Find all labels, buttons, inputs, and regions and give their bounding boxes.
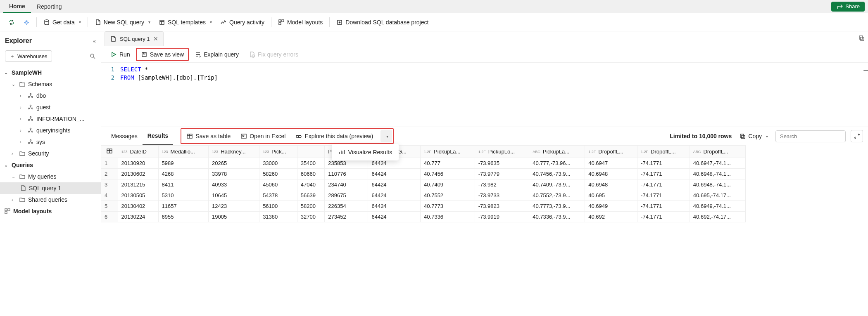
cell[interactable]: 45060	[259, 179, 297, 190]
cell[interactable]: 5	[101, 201, 118, 212]
column-header[interactable]	[101, 146, 118, 158]
cell[interactable]: 19005	[209, 212, 259, 222]
cell[interactable]: 60660	[297, 169, 324, 179]
cell[interactable]: 40.6949	[585, 201, 637, 212]
save-as-view-button[interactable]: Save as view	[136, 48, 189, 61]
table-row[interactable]: 2201306024268339785826060660110776644244…	[101, 169, 746, 179]
collapse-panel-icon[interactable]: «	[93, 38, 96, 44]
cell[interactable]: 289675	[325, 190, 368, 201]
model-layouts-button[interactable]: Model layouts	[275, 17, 326, 28]
warehouses-button[interactable]: ＋ Warehouses	[5, 50, 52, 62]
cell[interactable]: -74.1771	[637, 201, 690, 212]
results-grid[interactable]: 123DateID123Medallio...123Hackney...123P…	[101, 145, 868, 316]
cell[interactable]: 40.695,-74.17...	[690, 190, 745, 201]
visualize-results-item[interactable]: Visualize Results	[332, 146, 399, 159]
cell[interactable]: 3	[101, 179, 118, 190]
get-data-button[interactable]: Get data ▾	[40, 17, 84, 28]
table-row[interactable]: 4201305055310106455437856639289675644244…	[101, 190, 746, 201]
cell[interactable]: 40.6947,-74.1...	[690, 158, 745, 169]
cell[interactable]: -74.1771	[637, 179, 690, 190]
tree-schemas[interactable]: ⌄ Schemas	[0, 78, 101, 90]
cell[interactable]: 35400	[297, 158, 324, 169]
cell[interactable]: -74.1771	[637, 190, 690, 201]
duplicate-icon[interactable]	[858, 35, 865, 42]
cell[interactable]: 40.7336	[421, 212, 475, 222]
open-excel-button[interactable]: Open in Excel	[236, 130, 290, 142]
cell[interactable]: 40.6948,-74.1...	[690, 169, 745, 179]
results-more-dropdown[interactable]: ▾	[380, 130, 392, 142]
cell[interactable]: 40.7456	[421, 169, 475, 179]
cell[interactable]: 40933	[209, 179, 259, 190]
cell[interactable]: 1	[101, 158, 118, 169]
cell[interactable]: 6	[101, 212, 118, 222]
cell[interactable]: 33000	[259, 158, 297, 169]
cell[interactable]: 64424	[368, 169, 421, 179]
explorer-search-icon[interactable]	[89, 53, 96, 59]
tree-my-queries[interactable]: ⌄ My queries	[0, 171, 101, 182]
cell[interactable]: -73.9635	[475, 158, 529, 169]
close-tab-icon[interactable]: ✕	[153, 35, 158, 42]
save-as-table-button[interactable]: Save as table	[182, 130, 235, 142]
cell[interactable]: -73.982	[475, 179, 529, 190]
cell[interactable]: 40.692,-74.17...	[690, 212, 745, 222]
collapse-editor-icon[interactable]: —	[863, 66, 868, 74]
tab-home[interactable]: Home	[3, 0, 31, 13]
cell[interactable]: 20130402	[118, 201, 158, 212]
cell[interactable]: 40.777,-73.96...	[529, 158, 585, 169]
cell[interactable]: -73.9779	[475, 169, 529, 179]
expand-results-button[interactable]	[851, 130, 863, 142]
cell[interactable]: 40.6949,-74.1...	[690, 201, 745, 212]
cell[interactable]: 20130920	[118, 158, 158, 169]
results-tab-messages[interactable]: Messages	[106, 127, 143, 145]
run-button[interactable]: Run	[106, 49, 134, 60]
cell[interactable]: 40.7552,-73.9...	[529, 190, 585, 201]
cell[interactable]: 32700	[297, 212, 324, 222]
column-header[interactable]: ABCPickupLa...	[529, 146, 585, 158]
explain-query-button[interactable]: Explain query	[190, 49, 243, 60]
results-search-input[interactable]	[780, 133, 841, 139]
download-project-button[interactable]: Download SQL database project	[333, 17, 432, 28]
column-header[interactable]: 1.2FDropoffL...	[637, 146, 690, 158]
tree-warehouse[interactable]: ⌄ SampleWH	[0, 67, 101, 78]
column-header[interactable]: 123Hackney...	[209, 146, 259, 158]
cell[interactable]: 234740	[325, 179, 368, 190]
cell[interactable]: 54378	[259, 190, 297, 201]
cell[interactable]: 11657	[158, 201, 209, 212]
cell[interactable]: 5310	[158, 190, 209, 201]
cell[interactable]: 40.7773,-73.9...	[529, 201, 585, 212]
tree-query-file[interactable]: SQL query 1	[0, 182, 101, 194]
cell[interactable]: 40.7773	[421, 201, 475, 212]
cell[interactable]: 10645	[209, 190, 259, 201]
cell[interactable]: 4	[101, 190, 118, 201]
cell[interactable]: -74.1771	[637, 169, 690, 179]
cell[interactable]: -74.1771	[637, 212, 690, 222]
cell[interactable]: 33978	[209, 169, 259, 179]
table-row[interactable]: 6201302246955190053138032700273452644244…	[101, 212, 746, 222]
tree-model-layouts[interactable]: Model layouts	[0, 205, 101, 217]
tree-schema-queryinsights[interactable]: › queryinsights	[0, 125, 101, 136]
cell[interactable]: 40.7336,-73.9...	[529, 212, 585, 222]
cell[interactable]: -73.9823	[475, 201, 529, 212]
table-row[interactable]: 5201304021165712423561005820022635464424…	[101, 201, 746, 212]
table-row[interactable]: 1201309205989202653300035400235853644244…	[101, 158, 746, 169]
results-tab-results[interactable]: Results	[143, 127, 174, 145]
cell[interactable]: 4268	[158, 169, 209, 179]
tree-schema-sys[interactable]: › sys	[0, 136, 101, 148]
table-row[interactable]: 3201312158411409334506047040234740644244…	[101, 179, 746, 190]
cell[interactable]: 5989	[158, 158, 209, 169]
cell[interactable]: 20130224	[118, 212, 158, 222]
cell[interactable]: 20131215	[118, 179, 158, 190]
cell[interactable]: 40.6948,-74.1...	[690, 179, 745, 190]
cell[interactable]: 110776	[325, 169, 368, 179]
cell[interactable]: 58260	[259, 169, 297, 179]
tab-reporting[interactable]: Reporting	[31, 0, 68, 13]
cell[interactable]: 273452	[325, 212, 368, 222]
editor-tab[interactable]: SQL query 1 ✕	[105, 31, 164, 46]
tree-security[interactable]: › Security	[0, 148, 101, 159]
cell[interactable]: 56639	[297, 190, 324, 201]
cell[interactable]: 56100	[259, 201, 297, 212]
tree-schema-dbo[interactable]: › dbo	[0, 90, 101, 101]
cell[interactable]: 40.695	[585, 190, 637, 201]
cell[interactable]: -73.9919	[475, 212, 529, 222]
cell[interactable]: 40.7409,-73.9...	[529, 179, 585, 190]
